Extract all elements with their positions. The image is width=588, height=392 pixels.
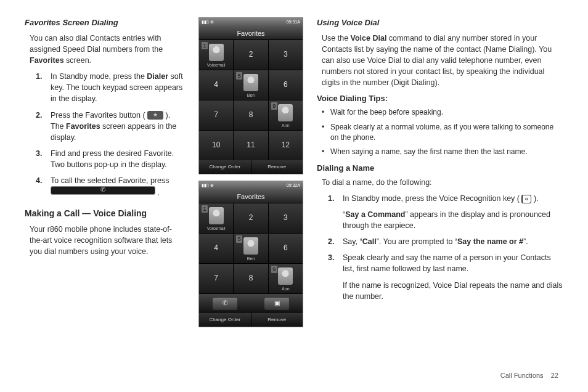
call-icon	[51, 186, 155, 195]
fav-cell[interactable]: 7	[199, 264, 233, 293]
fav-cell[interactable]: 1Voicemail	[199, 203, 233, 233]
fav-cell[interactable]: 1Voicemail	[199, 40, 233, 70]
fav-cell[interactable]: 6	[269, 234, 303, 263]
signal-icon: ▮▮▯ ⊕	[202, 182, 214, 189]
heading-tips: Voice Dialing Tips:	[317, 93, 563, 105]
t: Favorites	[66, 122, 100, 131]
dialing-steps: 1.In Standby mode, press the Voice Recog…	[328, 193, 563, 302]
t: Speak clearly and say the name of a pers…	[343, 253, 551, 273]
fav-cell[interactable]: 9Ann	[269, 264, 303, 293]
t: screen.	[64, 56, 91, 65]
page-footer: Call Functions 22	[500, 371, 558, 381]
tip-item: Speak clearly at a normal volume, as if …	[322, 122, 563, 144]
t: ).	[531, 194, 538, 203]
t: Call	[362, 237, 377, 246]
heading-using-voice-dial: Using Voice Dial	[317, 17, 563, 29]
screen-title: Favorites	[199, 27, 303, 40]
status-time: 09:31A	[287, 19, 300, 25]
avatar-icon	[243, 74, 258, 91]
dstep-2: 2.Say, “Call”. You are prompted to “Say …	[328, 236, 563, 247]
avatar-icon	[243, 237, 258, 255]
t: Voice Dial	[351, 34, 387, 43]
fav-cell[interactable]: 8	[234, 264, 267, 293]
fav-cell[interactable]: 5Ben	[234, 234, 267, 263]
footer-section: Call Functions	[500, 372, 544, 379]
t: Press the Favorites button (	[51, 111, 147, 120]
remove-button[interactable]: Remove	[251, 313, 303, 327]
fav-cell[interactable]: 4	[199, 70, 233, 100]
star-icon	[147, 111, 163, 120]
status-bar: ▮▮▯ ⊕09:31A	[199, 18, 303, 27]
fav-cell[interactable]: 3	[269, 203, 303, 233]
cell-label: Ann	[269, 123, 303, 129]
remove-button[interactable]: Remove	[251, 160, 303, 174]
step-4: 4.To call the selected Favorite, press .	[36, 175, 185, 201]
tips-list: Wait for the beep before speaking. Speak…	[322, 107, 563, 158]
voice-intro: Your r860 mobile phone includes state-of…	[30, 224, 185, 257]
fav-cell[interactable]: 5Ben	[234, 70, 267, 100]
right-column: Using Voice Dial Use the Voice Dial comm…	[317, 17, 563, 380]
change-order-button[interactable]: Change Order	[199, 160, 251, 174]
fav-cell[interactable]: 4	[199, 234, 233, 263]
t: In Standby mode, press the Voice Recogni…	[343, 194, 521, 203]
change-order-button[interactable]: Change Order	[199, 313, 251, 327]
tip-item: When saying a name, say the first name t…	[322, 147, 563, 157]
avatar-icon	[278, 267, 293, 285]
t: Say a Command	[345, 210, 405, 219]
t: Use the	[322, 34, 351, 43]
t: Say the name or #	[457, 237, 523, 246]
signal-icon: ▮▮▯ ⊕	[202, 19, 214, 25]
fav-cell[interactable]: 7	[199, 100, 233, 130]
step-2: 2.Press the Favorites button ( ). The Fa…	[36, 110, 185, 143]
fav-cell[interactable]: 2	[234, 40, 267, 70]
t: Say, “	[343, 237, 362, 246]
fav-cell[interactable]: 6	[269, 70, 303, 100]
cell-label: Voicemail	[199, 62, 233, 68]
t: If the name is recognized, Voice Dial re…	[343, 280, 563, 302]
phone-screenshot-2: ▮▮▯ ⊕09:32A Favorites 1Voicemail 2 3 4 5…	[198, 181, 303, 327]
footer-page: 22	[551, 372, 558, 379]
t: Favorites	[30, 56, 64, 65]
dialing-intro: To dial a name, do the following:	[322, 177, 563, 188]
step-1: 1.In Standby mode, press the Dialer soft…	[36, 71, 185, 104]
phone-screenshot-1: ▮▮▯ ⊕09:31A Favorites 1Voicemail 2 3 4 5…	[198, 17, 303, 174]
favorites-grid: 1Voicemail 2 3 4 5Ben 6 7 8 9Ann 10 11 1…	[199, 40, 303, 160]
favorites-grid: 1Voicemail 2 3 4 5Ben 6 7 8 9Ann	[199, 203, 303, 293]
status-bar: ▮▮▯ ⊕09:32A	[199, 181, 303, 190]
cell-label: Ben	[234, 92, 267, 99]
fav-cell[interactable]: 8	[234, 100, 267, 130]
status-time: 09:32A	[287, 182, 300, 189]
t: ”.	[523, 237, 528, 246]
fav-cell[interactable]: 2	[234, 203, 267, 233]
heading-favorites-dialing: Favorites Screen Dialing	[25, 17, 185, 29]
t: Find and press the desired Favorite. Two…	[51, 149, 174, 169]
fav-cell[interactable]: 11	[234, 131, 267, 160]
cell-label: Voicemail	[199, 226, 233, 232]
t: To call the selected Favorite, press	[51, 176, 169, 185]
dstep-1: 1.In Standby mode, press the Voice Recog…	[328, 193, 563, 231]
cell-label: Ben	[234, 256, 267, 262]
popup-info-button[interactable]: ▣	[264, 298, 289, 310]
avatar-icon	[209, 44, 224, 61]
fav-cell[interactable]: 3	[269, 40, 303, 70]
bottom-bar: Change OrderRemove	[199, 313, 303, 327]
dstep-3: 3.Speak clearly and say the name of a pe…	[328, 252, 563, 302]
fav-cell[interactable]: 9Ann	[269, 100, 303, 130]
left-column: Favorites Screen Dialing You can also di…	[25, 17, 185, 380]
t: You can also dial Contacts entries with …	[30, 34, 163, 54]
t: .	[155, 189, 160, 198]
voice-dial-intro: Use the Voice Dial command to dial any n…	[322, 33, 563, 89]
fav-cell[interactable]: 12	[269, 131, 303, 160]
popup-call-button[interactable]: ✆	[213, 298, 237, 310]
bottom-bar: Change OrderRemove	[199, 160, 303, 174]
voice-recognition-icon	[521, 195, 531, 203]
intro-text: You can also dial Contacts entries with …	[30, 33, 185, 66]
cell-label: Ann	[269, 286, 303, 292]
heading-voice-dialing: Making a Call — Voice Dialing	[25, 207, 185, 219]
step-3: 3.Find and press the desired Favorite. T…	[36, 148, 185, 170]
fav-cell[interactable]: 10	[199, 131, 233, 160]
popup-buttons: ✆ ▣	[199, 293, 303, 313]
heading-dialing-name: Dialing a Name	[317, 163, 563, 174]
t: In Standby mode, press the	[51, 72, 147, 81]
tip-item: Wait for the beep before speaking.	[322, 107, 563, 118]
